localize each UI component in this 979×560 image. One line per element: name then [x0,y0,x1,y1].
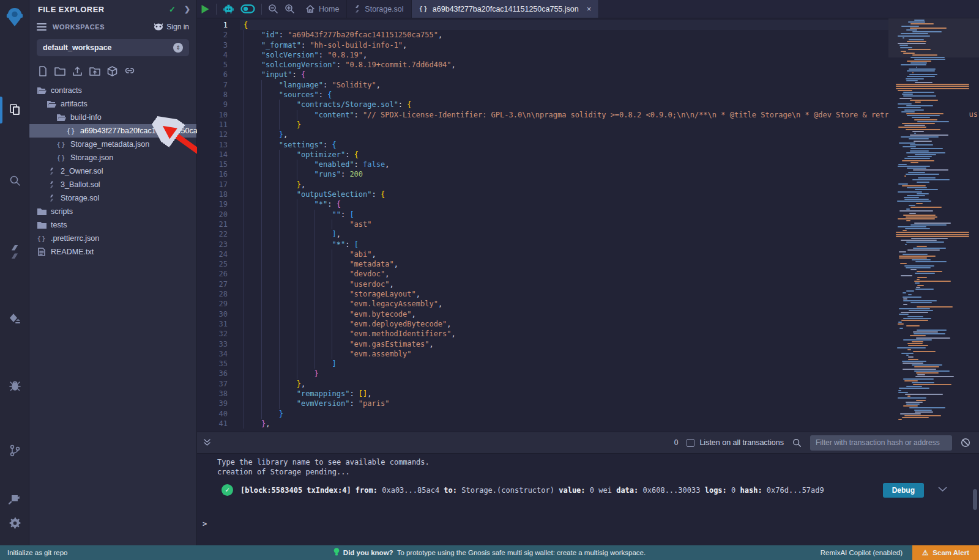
workspace-select[interactable]: default_workspace ⇕ [37,39,189,56]
terminal-prompt[interactable]: > [203,520,207,528]
copilot-toggle-icon[interactable] [240,4,255,13]
transaction-log-row[interactable]: ✓ [block:5583405 txIndex:4] from: 0xa03.… [221,484,887,496]
json-icon: {} [56,141,66,149]
file-explorer-icon[interactable] [0,99,29,120]
tx-summary: [block:5583405 txIndex:4] from: 0xa03...… [240,486,824,495]
file-tree-item[interactable]: {}a69b43f277ba20fcac141151250ca7... [29,124,196,138]
search-icon[interactable] [0,170,29,191]
chevron-right-icon[interactable]: ❯ [184,5,190,13]
file-name: Storage_metadata.json [70,140,149,149]
tab-home[interactable]: Home [299,0,347,18]
ai-copilot-robot-icon[interactable] [223,4,234,15]
terminal-log-line: creation of Storage pending... [217,468,430,477]
file-name: scripts [51,207,73,216]
terminal-log-line: Type the library name to see available c… [217,458,430,468]
file-name: README.txt [51,248,94,256]
file-name: 3_Ballot.sol [61,180,100,189]
home-icon [306,5,315,13]
file-tree-item[interactable]: Storage.sol [29,191,196,205]
new-file-icon[interactable] [38,66,48,79]
debugger-icon[interactable] [0,375,29,396]
minimap[interactable] [888,18,979,432]
warning-icon: ⚠ [922,548,928,557]
terminal-log: Type the library name to see available c… [217,458,430,477]
tx-success-icon: ✓ [221,484,233,496]
solidity-compiler-icon[interactable] [0,241,29,262]
editor-region: Home Storage.sol {} a69b43f277ba20fcac14… [197,0,979,545]
close-tab-icon[interactable]: × [587,4,592,13]
file-name: Storage.json [70,153,113,162]
scam-alert-badge[interactable]: ⚠ Scam Alert [912,545,979,560]
file-tree-item[interactable]: 3_Ballot.sol [29,178,196,191]
tab-storage-sol[interactable]: Storage.sol [347,0,411,18]
activity-bar [0,0,29,545]
minimap-slider[interactable] [888,18,979,57]
terminal-scrollbar[interactable] [973,489,977,510]
file-tree-item[interactable]: contracts [29,84,196,97]
tab-build-info-json[interactable]: {} a69b43f277ba20fcac141151250ca755.json… [412,0,600,18]
file-tree-item[interactable]: scripts [29,205,196,218]
copilot-status[interactable]: RemixAI Copilot (enabled) [821,549,903,556]
file-tree-item[interactable]: build-info [29,111,196,124]
file-name: contracts [51,86,82,95]
deploy-and-run-icon[interactable] [0,309,29,330]
collapse-terminal-icon[interactable] [203,438,211,447]
run-script-icon[interactable] [201,4,210,14]
settings-gear-icon[interactable] [0,512,29,533]
workspaces-label: WORKSPACES [53,23,147,31]
json-icon: {} [419,5,428,13]
terminal-search-icon[interactable] [792,438,802,448]
file-explorer-panel: FILE EXPLORER ✓ ❯ WORKSPACES Sign in def… [29,0,197,545]
expand-tx-chevron-icon[interactable] [938,485,947,494]
file-tree-item[interactable]: {}Storage.json [29,151,196,164]
file-tree-item[interactable]: artifacts [29,97,196,111]
transaction-filter-input[interactable] [810,435,952,451]
folder-open-icon [37,87,47,95]
file-tree-item[interactable]: README.txt [29,245,196,259]
overflowing-text-fragment: us [969,110,978,119]
workspaces-menu-icon[interactable] [37,21,47,32]
file-tree: contractsartifactsbuild-info{}a69b43f277… [29,84,196,259]
plugin-manager-icon[interactable] [0,488,29,509]
sol-icon [47,181,56,188]
file-name: tests [51,221,67,229]
workspace-name: default_workspace [43,43,173,52]
tab-bar: Home Storage.sol {} a69b43f277ba20fcac14… [197,0,979,18]
terminal-header: 0 Listen on all transactions [197,432,979,454]
terminal: 0 Listen on all transactions Type the li… [197,432,979,545]
panel-title: FILE EXPLORER [38,5,169,14]
code-editor[interactable]: 1234567891011121314151617181920212223242… [197,18,979,432]
folder-icon [37,208,47,215]
file-tree-item[interactable]: 2_Owner.sol [29,164,196,178]
link-icon[interactable] [124,66,135,79]
solidity-icon [354,5,360,13]
file-tree-item[interactable]: {}Storage_metadata.json [29,138,196,151]
folder-icon [37,221,47,229]
file-tree-item[interactable]: {}.prettierrc.json [29,232,196,245]
status-bar: Initialize as git repo Did you know? To … [0,545,979,560]
workspace-stepper-icon: ⇕ [173,43,183,53]
remix-logo[interactable] [0,5,29,31]
upload-folder-icon[interactable] [89,66,100,79]
zoom-in-icon[interactable] [285,4,295,14]
clear-console-icon[interactable] [961,438,970,448]
upload-file-icon[interactable] [72,66,83,79]
new-folder-icon[interactable] [54,66,65,79]
zoom-out-icon[interactable] [268,4,278,14]
folder-open-icon [56,114,66,122]
file-tree-item[interactable]: tests [29,218,196,232]
github-icon [154,23,163,31]
ipfs-cube-icon[interactable] [107,66,117,79]
file-name: a69b43f277ba20fcac141151250ca7... [80,127,208,135]
terminal-body: Type the library name to see available c… [197,454,979,545]
check-icon: ✓ [169,5,176,14]
github-sign-in-button[interactable]: Sign in [154,23,189,31]
json-icon: {} [56,154,66,162]
debug-button[interactable]: Debug [883,483,924,498]
git-init-button[interactable]: Initialize as git repo [0,549,67,556]
listen-all-transactions[interactable]: Listen on all transactions [687,438,784,447]
json-icon: {} [66,127,76,135]
file-name: 2_Owner.sol [61,167,103,175]
git-icon[interactable] [0,440,29,461]
listen-checkbox[interactable] [687,439,694,447]
